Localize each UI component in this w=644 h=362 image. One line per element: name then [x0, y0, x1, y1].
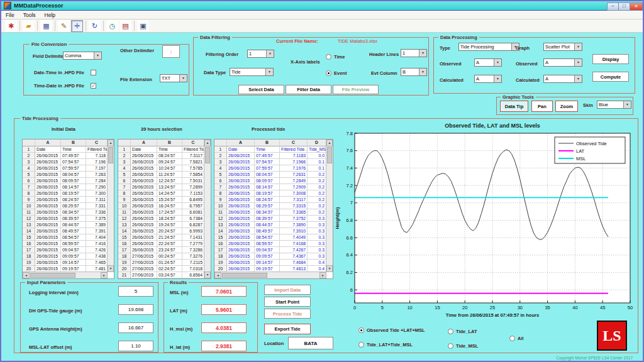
- table-row[interactable]: 626/06/201508:09:577.28490.2: [214, 178, 333, 184]
- table-row[interactable]: 1726/06/201523:24:577.3286: [118, 247, 211, 253]
- table-row[interactable]: 526/06/201511:24:577.5854: [118, 172, 211, 178]
- table-row[interactable]: 826/06/201508:19:577.300: [23, 190, 114, 197]
- table-row[interactable]: 1126/06/201508:34:577.33650.2: [214, 209, 333, 216]
- filtering-order-dropdown[interactable]: 1▼: [247, 50, 274, 58]
- table-row[interactable]: 726/06/201513:24:577.2899: [118, 184, 211, 190]
- table-row[interactable]: 226/06/201507:49:577.11830.0: [214, 153, 333, 159]
- evt-column-dropdown[interactable]: B▼: [401, 68, 427, 76]
- data-type-dropdown[interactable]: Tide▼: [230, 68, 274, 76]
- file-extension-dropdown[interactable]: TXT▼: [160, 74, 187, 82]
- table-row[interactable]: 826/06/201514:24:577.1153: [118, 190, 211, 197]
- table-row[interactable]: 926/06/201515:24:576.8495: [118, 197, 211, 203]
- table-row[interactable]: 1726/06/201509:04:577.426: [23, 247, 114, 253]
- table-row[interactable]: 626/06/201512:24:577.5031: [118, 178, 211, 184]
- select-data-button[interactable]: Select Data: [238, 85, 284, 94]
- table-row[interactable]: 1026/06/201508:29:577.331: [23, 203, 114, 209]
- date-time-hpd-checkbox[interactable]: [91, 70, 96, 75]
- close-button[interactable]: ×: [630, 3, 643, 11]
- table-row[interactable]: 1526/06/201508:54:577.404: [23, 234, 114, 241]
- display-button[interactable]: Display: [592, 54, 629, 64]
- table-row[interactable]: 526/06/201508:04:577.263: [23, 172, 114, 178]
- import-data-button[interactable]: Import Data: [264, 285, 311, 295]
- table-row[interactable]: 926/06/201508:24:577.311: [23, 197, 114, 203]
- table-row[interactable]: 1526/06/201521:24:577.1431: [118, 234, 211, 241]
- dh-gps-tide-gauge-field[interactable]: 19.698: [118, 304, 153, 315]
- table-row[interactable]: 426/06/201507:59:577.19760.1: [214, 165, 333, 172]
- calculated-dropdown[interactable]: A▼: [474, 75, 502, 83]
- event-radio[interactable]: [326, 70, 331, 76]
- rotate-3d-icon[interactable]: ↻: [89, 20, 101, 32]
- table-horizontal-scrollbar[interactable]: ◄►: [214, 272, 326, 278]
- table-row[interactable]: 1226/06/201518:24:576.7384: [118, 216, 211, 222]
- observed-dropdown[interactable]: A▼: [474, 58, 502, 67]
- table-row[interactable]: 1326/06/201519:24:576.8287: [118, 222, 211, 228]
- table-row[interactable]: 426/06/201507:59:577.197: [23, 165, 114, 172]
- table-row[interactable]: 1226/06/201508:39:577.375: [23, 216, 114, 222]
- tide-lat-radio[interactable]: [448, 329, 453, 334]
- table-row[interactable]: 1726/06/201509:04:577.42670.3: [214, 247, 333, 253]
- table-row[interactable]: 526/06/201508:04:577.26310.2: [214, 172, 333, 178]
- menu-file[interactable]: File: [1, 12, 19, 18]
- zoom-button[interactable]: Zoom: [555, 101, 578, 112]
- table-row[interactable]: 1926/06/201509:14:577.465: [23, 260, 114, 266]
- maximize-button[interactable]: □: [618, 3, 630, 11]
- table-row[interactable]: 1827/06/201500:24:577.3276: [118, 253, 211, 260]
- type-dropdown[interactable]: Tide Processing▼: [458, 43, 519, 51]
- table-row[interactable]: 1126/06/201517:24:576.6081: [118, 209, 211, 216]
- 39-hours-selection-table[interactable]: ABC1DateTimeFiltered Tide ...226/06/2015…: [118, 139, 211, 279]
- menu-tools[interactable]: Tools: [19, 12, 40, 18]
- table-row[interactable]: 1126/06/201508:34:577.336: [23, 209, 114, 216]
- table-row[interactable]: 426/06/201510:24:577.5785: [118, 165, 211, 172]
- open-folder-icon[interactable]: ▰: [23, 20, 35, 32]
- table-row[interactable]: 1426/06/201508:49:577.391: [23, 228, 114, 234]
- time-radio[interactable]: [326, 54, 331, 60]
- start-point-button[interactable]: Start Point: [264, 297, 311, 307]
- tide-msl-radio[interactable]: [448, 343, 453, 349]
- table-row[interactable]: 1926/06/201509:14:577.46840.4: [214, 260, 333, 266]
- table-row[interactable]: 1826/06/201509:09:577.43670.3: [214, 253, 333, 260]
- table-row[interactable]: 326/06/201509:24:577.5821: [118, 159, 211, 165]
- calculated2-dropdown[interactable]: A▼: [543, 75, 582, 83]
- table-vertical-scrollbar[interactable]: ▲▼: [107, 140, 114, 272]
- export-tide-button[interactable]: Export Tide: [264, 324, 311, 334]
- data-tip-button[interactable]: Data Tip: [500, 101, 528, 112]
- gps-antenna-height-field[interactable]: 16.667: [118, 322, 153, 333]
- observed2-dropdown[interactable]: A▼: [543, 58, 582, 67]
- insert-legend-icon[interactable]: ▤: [119, 20, 131, 32]
- table-row[interactable]: 1626/06/201508:59:577.41680.3: [214, 241, 333, 247]
- table-row[interactable]: 1DateTimeFiltered Tide ...Tide_MSL: [214, 146, 333, 153]
- table-row[interactable]: 1426/06/201520:24:576.9993: [118, 228, 211, 234]
- table-row[interactable]: 726/06/201508:14:577.290: [23, 184, 114, 190]
- table-row[interactable]: 1426/06/201508:49:577.39100.3: [214, 228, 333, 234]
- pan-button[interactable]: Pan: [531, 101, 553, 112]
- table-vertical-scrollbar[interactable]: ▲▼: [326, 140, 333, 272]
- process-tide-button[interactable]: Process Tide: [264, 309, 311, 319]
- table-row[interactable]: 1026/06/201516:24:576.7957: [118, 203, 211, 209]
- table-vertical-scrollbar[interactable]: ▲▼: [204, 140, 211, 278]
- table-row[interactable]: 626/06/201508:09:577.284: [23, 178, 114, 184]
- table-row[interactable]: 1626/06/201522:24:577.2779: [118, 241, 211, 247]
- skin-dropdown[interactable]: Blue▼: [597, 101, 631, 109]
- data-cursor-icon[interactable]: ✛: [71, 20, 83, 32]
- save-icon[interactable]: ▦: [40, 20, 52, 32]
- table-row[interactable]: 1DateTimeFiltered Tide ...: [118, 146, 211, 153]
- table-row[interactable]: 326/06/201507:54:577.19660.1: [214, 159, 333, 165]
- filter-data-button[interactable]: Filter Data: [286, 85, 331, 94]
- location-field[interactable]: BATA: [288, 337, 333, 349]
- table-row[interactable]: 1927/06/201501:24:577.2115: [118, 260, 211, 266]
- table-row[interactable]: 226/06/201508:24:577.3117: [118, 153, 211, 159]
- tide-lat-tide-msl-radio[interactable]: [358, 342, 364, 348]
- graph-dropdown[interactable]: Scatter Plot▼: [543, 43, 582, 51]
- table-row[interactable]: 1326/06/201508:44:577.38900.3: [214, 222, 333, 228]
- table-row[interactable]: 1226/06/201508:39:577.37520.3: [214, 216, 333, 222]
- table-row[interactable]: 1026/06/201508:29:577.33150.2: [214, 203, 333, 209]
- table-row[interactable]: 2027/06/201502:24:577.0318: [118, 266, 211, 272]
- initial-data-table[interactable]: ABC1DateTimeFiltered Tide ...226/06/2015…: [22, 139, 114, 279]
- insert-colorbar-icon[interactable]: ◷: [106, 20, 118, 32]
- table-horizontal-scrollbar[interactable]: ◄►: [23, 272, 108, 278]
- table-row[interactable]: 1526/06/201508:54:577.40490.3: [214, 234, 333, 241]
- msl-lat-offset-field[interactable]: 1.10: [118, 341, 153, 351]
- header-lines-dropdown[interactable]: 1▼: [401, 49, 427, 57]
- table-row[interactable]: 1DateTimeFiltered Tide ...: [23, 146, 114, 153]
- compute-button[interactable]: Compute: [592, 72, 629, 82]
